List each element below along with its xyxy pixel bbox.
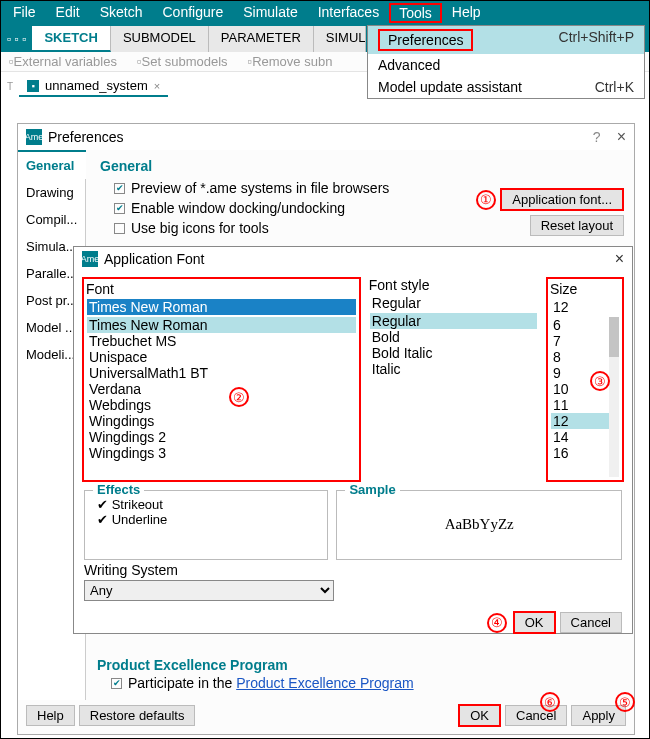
checkbox-icon: ✔ xyxy=(97,497,108,512)
effects-box: Effects ✔ Strikeout ✔ Underline xyxy=(84,490,328,560)
preferences-titlebar: Ame Preferences ? × xyxy=(18,124,634,150)
list-item[interactable]: Verdana xyxy=(87,381,356,397)
close-icon[interactable]: × xyxy=(617,128,626,146)
text-marker-icon: T xyxy=(7,81,13,92)
remove-submodels[interactable]: ▫Remove subn xyxy=(248,54,333,69)
file-icon: ▪ xyxy=(27,80,39,92)
app-icon: Ame xyxy=(82,251,98,267)
dropdown-preferences-label: Preferences xyxy=(378,29,473,51)
list-item[interactable]: Italic xyxy=(370,361,537,377)
tools-dropdown: Preferences Ctrl+Shift+P Advanced Model … xyxy=(367,25,645,99)
effect-strikeout[interactable]: ✔ Strikeout xyxy=(93,497,319,512)
list-item[interactable]: Regular xyxy=(370,313,537,329)
font-input[interactable]: Times New Roman xyxy=(86,298,357,316)
dropdown-preferences[interactable]: Preferences Ctrl+Shift+P xyxy=(368,26,644,54)
restore-defaults-button[interactable]: Restore defaults xyxy=(79,705,196,726)
font-column: Font Times New Roman Times New Roman Tre… xyxy=(82,277,361,482)
sidebar-item-drawing[interactable]: Drawing xyxy=(18,179,86,206)
font-dialog-title: Application Font xyxy=(104,251,204,267)
font-cancel-button[interactable]: Cancel xyxy=(560,612,622,633)
dropdown-model-update[interactable]: Model update assistant Ctrl+K xyxy=(368,76,644,98)
list-item[interactable]: Bold Italic xyxy=(370,345,537,361)
callout-5: ⑤ xyxy=(615,692,635,712)
list-item[interactable]: Times New Roman xyxy=(87,317,356,333)
size-column: Size 12 6 7 8 9 10 11 12 14 16 ③ xyxy=(546,277,624,482)
section-title: General xyxy=(100,158,620,174)
menu-configure[interactable]: Configure xyxy=(153,3,234,23)
checkbox-icon: ✔ xyxy=(114,183,125,194)
menu-tools[interactable]: Tools xyxy=(389,3,442,23)
sidebar-item-compilation[interactable]: Compil... xyxy=(18,206,86,233)
app-icon: Ame xyxy=(26,129,42,145)
style-column: Font style Regular Regular Bold Bold Ita… xyxy=(369,277,538,482)
font-label: Font xyxy=(86,281,357,297)
callout-1: ① xyxy=(476,190,496,210)
list-item[interactable]: Wingdings xyxy=(87,413,356,429)
callout-3: ③ xyxy=(590,371,610,391)
dropdown-preferences-shortcut: Ctrl+Shift+P xyxy=(559,29,634,51)
font-ok-button[interactable]: OK xyxy=(513,611,556,634)
writing-label: Writing System xyxy=(84,562,622,578)
list-item[interactable]: Webdings xyxy=(87,397,356,413)
set-submodels[interactable]: ▫Set submodels xyxy=(137,54,228,69)
menu-bar: File Edit Sketch Configure Simulate Inte… xyxy=(1,1,649,26)
menu-file[interactable]: File xyxy=(3,3,46,23)
menu-simulate[interactable]: Simulate xyxy=(233,3,307,23)
close-icon[interactable]: × xyxy=(154,80,160,92)
preferences-title: Preferences xyxy=(48,129,123,145)
pep-link[interactable]: Product Excellence Program xyxy=(236,675,413,691)
callout-2: ② xyxy=(229,387,249,407)
sample-text: AaBbYyZz xyxy=(445,516,514,533)
effects-legend: Effects xyxy=(93,482,144,497)
checkbox-icon: ✔ xyxy=(114,203,125,214)
menu-sketch[interactable]: Sketch xyxy=(90,3,153,23)
pep-title: Product Excellence Program xyxy=(97,657,414,673)
sidebar-item-general[interactable]: General xyxy=(18,150,86,179)
checkbox-icon: ✔ xyxy=(97,512,108,527)
scrollbar[interactable] xyxy=(609,317,619,477)
list-item[interactable]: Trebuchet MS xyxy=(87,333,356,349)
ok-button[interactable]: OK xyxy=(458,704,501,727)
application-font-button[interactable]: Application font... xyxy=(500,188,624,211)
document-name: unnamed_system xyxy=(45,78,148,93)
list-item[interactable]: UniversalMath1 BT xyxy=(87,365,356,381)
checkbox-icon: ✔ xyxy=(111,678,122,689)
size-list[interactable]: 6 7 8 9 10 11 12 14 16 xyxy=(550,316,620,478)
list-item[interactable]: Unispace xyxy=(87,349,356,365)
writing-select[interactable]: Any xyxy=(84,580,334,601)
cancel-button[interactable]: Cancel xyxy=(505,705,567,726)
dropdown-advanced[interactable]: Advanced xyxy=(368,54,644,76)
help-button[interactable]: Help xyxy=(26,705,75,726)
menu-interfaces[interactable]: Interfaces xyxy=(308,3,389,23)
reset-layout-button[interactable]: Reset layout xyxy=(530,215,624,236)
style-list[interactable]: Regular Bold Bold Italic Italic xyxy=(369,312,538,474)
size-label: Size xyxy=(550,281,620,297)
menu-help[interactable]: Help xyxy=(442,3,491,23)
font-dialog-titlebar: Ame Application Font × xyxy=(74,247,632,271)
ext-vars[interactable]: ▫External variables xyxy=(9,54,117,69)
sample-box: Sample AaBbYyZz xyxy=(336,490,622,560)
document-tab[interactable]: ▪ unnamed_system × xyxy=(19,76,168,97)
callout-4: ④ xyxy=(487,613,507,633)
pep-check-row[interactable]: ✔ Participate in the Product Excellence … xyxy=(97,675,414,691)
effect-underline[interactable]: ✔ Underline xyxy=(93,512,319,527)
tab-submodel[interactable]: SUBMODEL xyxy=(111,26,209,52)
size-input[interactable]: 12 xyxy=(550,298,620,316)
toolbar-icons: ▫ ▫ ▫ xyxy=(1,26,32,52)
tab-simulation[interactable]: SIMUL xyxy=(314,26,366,52)
callout-6: ⑥ xyxy=(540,692,560,712)
font-list[interactable]: Times New Roman Trebuchet MS Unispace Un… xyxy=(86,316,357,478)
help-icon[interactable]: ? xyxy=(593,129,601,145)
close-icon[interactable]: × xyxy=(615,250,624,268)
sample-legend: Sample xyxy=(345,482,399,497)
tab-sketch[interactable]: SKETCH xyxy=(32,26,110,52)
style-label: Font style xyxy=(369,277,538,293)
style-input[interactable]: Regular xyxy=(369,294,538,312)
list-item[interactable]: Wingdings 3 xyxy=(87,445,356,461)
menu-edit[interactable]: Edit xyxy=(46,3,90,23)
tab-parameter[interactable]: PARAMETER xyxy=(209,26,314,52)
list-item[interactable]: Bold xyxy=(370,329,537,345)
pep-section: Product Excellence Program ✔ Participate… xyxy=(97,657,414,691)
checkbox-icon: ✔ xyxy=(114,223,125,234)
list-item[interactable]: Wingdings 2 xyxy=(87,429,356,445)
